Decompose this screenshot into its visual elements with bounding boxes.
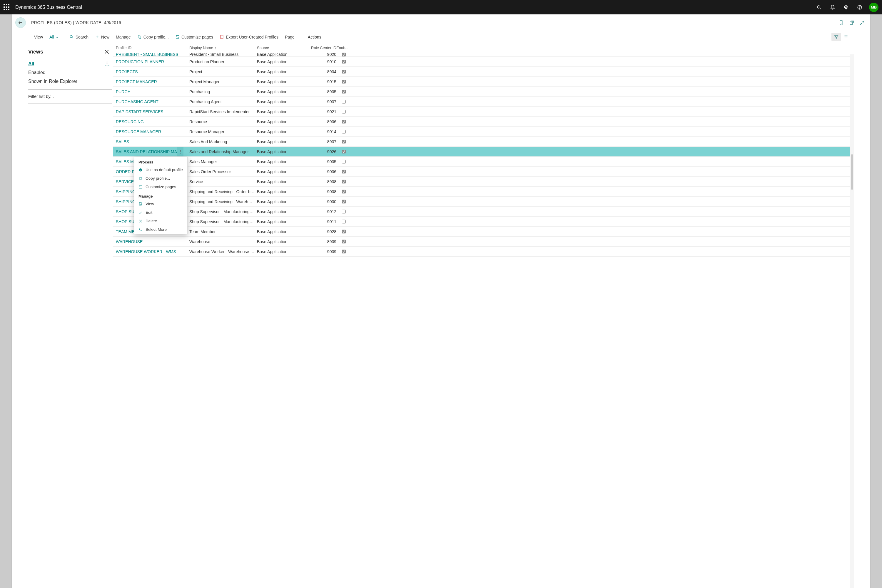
scrollbar-thumb[interactable] (851, 154, 853, 190)
cm-copy-profile[interactable]: Copy profile... (134, 174, 187, 183)
table-row[interactable]: PROJECT MANAGERProject ManagerBase Appli… (113, 77, 854, 87)
table-row[interactable]: WAREHOUSE WORKER - WMSWarehouse Worker -… (113, 247, 854, 256)
table-row[interactable]: ORDER PROCESSORSales Order ProcessorBase… (113, 167, 854, 177)
col-role-center[interactable]: Role Center ID (307, 46, 336, 50)
profile-id-link[interactable]: PROJECTS (116, 69, 189, 74)
enabled-checkbox[interactable] (342, 70, 346, 74)
profile-id-link[interactable]: PROJECT MANAGER (116, 80, 189, 84)
table-row[interactable]: SALES MANAGERSales ManagerBase Applicati… (113, 157, 854, 167)
cm-customize[interactable]: Customize pages (134, 183, 187, 191)
more-actions-icon[interactable]: ⋯ (325, 33, 332, 40)
col-enabled[interactable]: Enab... (336, 46, 351, 50)
back-button[interactable] (15, 17, 26, 28)
manage-menu[interactable]: Manage (113, 33, 134, 40)
col-display-name[interactable]: Display Name (189, 46, 257, 50)
enabled-checkbox[interactable] (342, 230, 346, 233)
table-row[interactable]: SALES AND RELATIONSHIP MAN…Sales and Rel… (113, 147, 854, 157)
enabled-checkbox[interactable] (342, 150, 346, 153)
table-row[interactable]: PROJECTSProjectBase Application8904⋮ (113, 67, 854, 77)
table-row[interactable]: PRESIDENT - SMALL BUSINESSPresident - Sm… (113, 52, 854, 57)
profile-id-link[interactable]: RAPIDSTART SERVICES (116, 110, 189, 114)
table-row[interactable]: RESOURCE MANAGERResource ManagerBase App… (113, 127, 854, 137)
enabled-checkbox[interactable] (342, 130, 346, 134)
table-row[interactable]: PURCHPurchasingBase Application8905⋮ (113, 87, 854, 97)
export-profiles-button[interactable]: Export User-Created Profiles (217, 33, 281, 40)
profile-id-link[interactable]: PURCHASING AGENT (116, 99, 189, 104)
enabled-checkbox[interactable] (342, 240, 346, 243)
collapse-icon[interactable] (858, 18, 867, 27)
view-item[interactable]: Enabled (28, 68, 112, 77)
enabled-checkbox[interactable] (342, 210, 346, 213)
enabled-checkbox[interactable] (342, 90, 346, 93)
display-name: Sales And Marketing (189, 140, 257, 144)
enabled-checkbox[interactable] (342, 220, 346, 224)
table-row[interactable]: TEAM MEMBERTeam MemberBase Application90… (113, 226, 854, 237)
profile-id-link[interactable]: RESOURCE MANAGER (116, 129, 189, 134)
view-more-icon[interactable]: ⋮ (102, 61, 112, 66)
table-row[interactable]: SHOP SUPERVISORShop Supervisor - Manufac… (113, 207, 854, 217)
enabled-checkbox[interactable] (342, 60, 346, 63)
enabled-checkbox[interactable] (342, 140, 346, 144)
row-actions-icon[interactable]: ⋮ (177, 147, 183, 156)
table-row[interactable]: SHIPPING AND RECEIVINGShipping and Recei… (113, 187, 854, 196)
cm-select-more[interactable]: Select More (134, 225, 187, 234)
view-menu[interactable]: View (31, 33, 46, 40)
actions-menu[interactable]: Actions (305, 33, 324, 40)
enabled-checkbox[interactable] (342, 100, 346, 104)
profile-id-link[interactable]: PRESIDENT - SMALL BUSINESS (116, 52, 189, 57)
table-row[interactable]: SHIPPING AND RECEIVING - WMSShipping and… (113, 196, 854, 207)
app-launcher-icon[interactable] (3, 4, 10, 10)
filter-list-by[interactable]: Filter list by... (28, 93, 112, 100)
all-filter[interactable]: All⌄ (46, 33, 61, 40)
help-icon[interactable] (854, 2, 866, 13)
scrollbar[interactable] (850, 54, 854, 588)
search-button[interactable]: Search (66, 33, 92, 40)
profile-id-link[interactable]: WAREHOUSE (116, 239, 189, 244)
bookmark-icon[interactable] (837, 18, 846, 27)
filter-pane-icon[interactable] (831, 33, 841, 41)
view-item[interactable]: Shown in Role Explorer (28, 77, 112, 86)
enabled-checkbox[interactable] (342, 52, 346, 57)
settings-icon[interactable] (840, 2, 852, 13)
list-view-icon[interactable] (841, 33, 851, 41)
table-row[interactable]: WAREHOUSEWarehouseBase Application8909⋮ (113, 237, 854, 247)
enabled-checkbox[interactable] (342, 250, 346, 254)
col-source[interactable]: Source (257, 46, 307, 50)
copy-profile-button[interactable]: Copy profile... (134, 33, 172, 40)
popout-icon[interactable] (847, 18, 856, 27)
cm-use-default[interactable]: Use as default profile (134, 165, 187, 174)
table-row[interactable]: PURCHASING AGENTPurchasing AgentBase App… (113, 97, 854, 107)
enabled-checkbox[interactable] (342, 180, 346, 183)
search-icon[interactable] (813, 2, 825, 13)
table-row[interactable]: RESOURCINGResourceBase Application8906⋮ (113, 117, 854, 127)
view-item[interactable]: All⋮ (28, 59, 112, 68)
close-views-icon[interactable] (104, 48, 110, 55)
customize-pages-button[interactable]: Customize pages (172, 33, 216, 40)
avatar[interactable]: MB (869, 3, 879, 12)
enabled-checkbox[interactable] (342, 190, 346, 194)
enabled-checkbox[interactable] (342, 80, 346, 84)
table-row[interactable]: SALESSales And MarketingBase Application… (113, 137, 854, 147)
enabled-checkbox[interactable] (342, 160, 346, 164)
profile-id-link[interactable]: WAREHOUSE WORKER - WMS (116, 249, 189, 254)
table-row[interactable]: SERVICESServiceBase Application8908⋮ (113, 177, 854, 187)
enabled-checkbox[interactable] (342, 120, 346, 123)
profile-id-link[interactable]: SALES (116, 140, 189, 144)
col-profile-id[interactable]: Profile ID (116, 46, 189, 50)
cm-view[interactable]: View (134, 200, 187, 208)
enabled-checkbox[interactable] (342, 110, 346, 114)
profile-id-link[interactable]: PRODUCTION PLANNER (116, 59, 189, 64)
table-row[interactable]: SHOP SUPERVISOR - FOUNDATIONShop Supervi… (113, 217, 854, 226)
role-center-id: 9020 (307, 52, 336, 57)
profile-id-link[interactable]: RESOURCING (116, 119, 189, 124)
enabled-checkbox[interactable] (342, 170, 346, 174)
enabled-checkbox[interactable] (342, 200, 346, 204)
notifications-icon[interactable] (827, 2, 838, 13)
table-row[interactable]: RAPIDSTART SERVICESRapidStart Services I… (113, 107, 854, 117)
new-button[interactable]: New (92, 33, 112, 40)
profile-id-link[interactable]: PURCH (116, 89, 189, 94)
page-menu[interactable]: Page (282, 33, 297, 40)
table-row[interactable]: PRODUCTION PLANNERProduction PlannerBase… (113, 57, 854, 67)
cm-edit[interactable]: Edit (134, 208, 187, 217)
cm-delete[interactable]: Delete (134, 217, 187, 225)
